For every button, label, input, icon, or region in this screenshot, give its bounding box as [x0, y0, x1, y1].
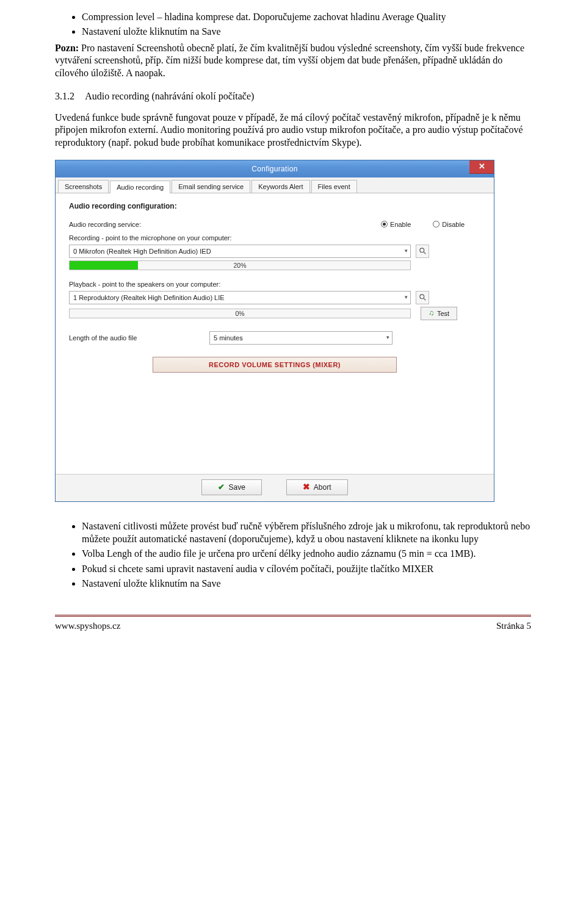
tab-audio-recording[interactable]: Audio recording — [110, 181, 170, 193]
section-number: 3.1.2 — [55, 90, 83, 102]
config-window: Configuration ✕ Screenshots Audio record… — [55, 160, 494, 502]
tab-panel: Audio recording configuration: Audio rec… — [56, 193, 494, 474]
save-label: Save — [228, 483, 245, 492]
length-label: Length of the audio file — [69, 334, 203, 342]
tab-email-service[interactable]: Email sending service — [172, 180, 250, 193]
radio-disable-label: Disable — [442, 220, 465, 229]
recording-level-fill — [70, 261, 138, 270]
service-label: Audio recording service: — [69, 220, 215, 229]
top-bullet-list: Compression level – hladina komprese dat… — [55, 11, 531, 38]
radio-enable[interactable]: Enable — [381, 220, 411, 229]
section-title: Audio recording (nahrávání okolí počítač… — [85, 91, 254, 101]
section-paragraph: Uvedená funkce bude správně fungovat pou… — [55, 112, 531, 149]
close-icon: ✖ — [303, 482, 310, 493]
close-button[interactable]: ✕ — [469, 160, 494, 174]
recording-level-pct: 20% — [233, 261, 246, 270]
svg-point-2 — [419, 295, 424, 299]
service-row: Audio recording service: Enable Disable — [69, 220, 480, 229]
note-paragraph: Pozn: Pro nastavení Screenshotů obecně p… — [55, 42, 531, 79]
playback-label: Playback - point to the speakers on your… — [69, 280, 480, 288]
music-note-icon: ♫ — [429, 309, 434, 318]
playback-device-value: 1 Reproduktory (Realtek High Definition … — [73, 293, 225, 302]
dialog-screenshot: Configuration ✕ Screenshots Audio record… — [55, 160, 531, 502]
test-button[interactable]: ♫ Test — [421, 307, 457, 320]
abort-button[interactable]: ✖ Abort — [286, 479, 348, 495]
list-item: Nastavení uložte kliknutím na Save — [82, 26, 531, 38]
list-item: Compression level – hladina komprese dat… — [82, 11, 531, 23]
save-button[interactable]: ✔ Save — [201, 479, 261, 495]
list-item: Volba Lengh of the audio file je určena … — [82, 548, 531, 560]
abort-label: Abort — [314, 483, 331, 492]
magnify-icon — [419, 247, 427, 255]
note-text: Pro nastavení Screenshotů obecně platí, … — [55, 43, 524, 78]
list-item: Pokud si chcete sami upravit nastavení a… — [82, 563, 531, 575]
radio-dot-icon — [433, 221, 440, 227]
playback-device-select[interactable]: 1 Reproduktory (Realtek High Definition … — [69, 291, 411, 304]
check-icon: ✔ — [218, 482, 225, 493]
recording-level-bar: 20% — [69, 260, 411, 270]
note-label: Pozn: — [55, 43, 79, 53]
length-select[interactable]: 5 minutes ▾ — [209, 331, 392, 345]
radio-dot-icon — [381, 221, 388, 227]
playback-level-bar: 0% — [69, 309, 411, 318]
playback-level-pct: 0% — [235, 309, 244, 318]
recording-device-value: 0 Mikrofon (Realtek High Definition Audi… — [73, 247, 211, 256]
bottom-bullet-list: Nastavení citlivosti můžete provést buď … — [55, 520, 531, 590]
radio-enable-label: Enable — [390, 220, 411, 229]
svg-point-0 — [419, 248, 424, 252]
recording-device-row: 0 Mikrofon (Realtek High Definition Audi… — [69, 245, 480, 258]
section-heading: 3.1.2 Audio recording (nahrávání okolí p… — [55, 90, 531, 102]
list-item: Nastavení uložte kliknutím na Save — [82, 578, 531, 590]
length-value: 5 minutes — [214, 334, 243, 342]
list-item: Nastavení citlivosti můžete provést buď … — [82, 520, 531, 545]
recording-label: Recording - point to the microphone on y… — [69, 234, 480, 242]
footer-page: Stránka 5 — [496, 620, 531, 632]
window-title: Configuration — [251, 165, 297, 174]
magnify-icon — [419, 293, 427, 301]
mixer-button[interactable]: RECORD VOLUME SETTINGS (MIXER) — [153, 357, 397, 373]
radio-disable[interactable]: Disable — [433, 220, 465, 229]
tab-strip: Screenshots Audio recording Email sendin… — [56, 177, 494, 193]
group-title: Audio recording configuration: — [69, 202, 480, 211]
tab-keywords-alert[interactable]: Keywords Alert — [251, 180, 309, 193]
chevron-down-icon: ▾ — [405, 248, 408, 255]
chevron-down-icon: ▾ — [386, 334, 389, 342]
length-row: Length of the audio file 5 minutes ▾ — [69, 331, 480, 345]
tab-screenshots[interactable]: Screenshots — [58, 180, 109, 193]
playback-auto-button[interactable] — [416, 291, 429, 304]
recording-level-row: 20% — [69, 260, 480, 270]
playback-device-row: 1 Reproduktory (Realtek High Definition … — [69, 291, 480, 304]
recording-auto-button[interactable] — [416, 245, 429, 258]
tab-files-event[interactable]: Files event — [311, 180, 357, 193]
recording-device-select[interactable]: 0 Mikrofon (Realtek High Definition Audi… — [69, 245, 411, 258]
svg-line-1 — [424, 252, 425, 254]
test-label: Test — [437, 309, 449, 318]
svg-line-3 — [424, 299, 425, 301]
dialog-button-bar: ✔ Save ✖ Abort — [56, 474, 494, 501]
footer-url: www.spyshops.cz — [55, 620, 120, 632]
titlebar: Configuration ✕ — [56, 160, 494, 177]
playback-level-row: 0% ♫ Test — [69, 307, 480, 320]
close-icon: ✕ — [479, 162, 485, 172]
chevron-down-icon: ▾ — [405, 294, 408, 301]
page-footer: www.spyshops.cz Stránka 5 — [55, 615, 531, 632]
